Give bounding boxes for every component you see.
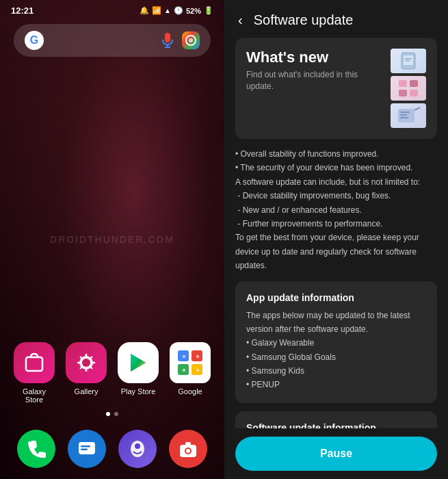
svg-rect-38 <box>410 80 418 87</box>
messages-icon <box>68 430 106 468</box>
app-item-phone[interactable] <box>14 430 59 468</box>
galaxy-store-label: Galaxy Store <box>14 387 55 404</box>
svg-rect-40 <box>410 90 418 96</box>
svg-line-13 <box>90 366 92 369</box>
gallery-label: Gallery <box>75 387 98 396</box>
svg-rect-23 <box>196 369 199 372</box>
svg-rect-44 <box>400 114 407 116</box>
svg-rect-20 <box>183 355 185 358</box>
whats-new-images <box>391 49 426 128</box>
svg-line-12 <box>80 357 83 359</box>
mic-icon[interactable] <box>159 31 176 49</box>
svg-point-31 <box>186 449 190 453</box>
app-update-card: App update information The apps below ma… <box>235 281 437 403</box>
whats-new-card: What's new Find out what's included in t… <box>235 38 437 139</box>
software-info-card: Software update information • Version: S… <box>235 411 437 428</box>
svg-rect-35 <box>405 58 412 60</box>
svg-line-42 <box>414 107 420 110</box>
play-store-label: Play Store <box>121 387 156 396</box>
svg-rect-45 <box>400 117 408 118</box>
update-description: • Overall stability of functions improve… <box>235 147 437 273</box>
svg-rect-32 <box>185 442 191 445</box>
sound-icon: 🔔 <box>140 6 149 15</box>
app-item-google[interactable]: Google <box>170 342 211 404</box>
svg-rect-21 <box>196 355 199 358</box>
status-bar: 12:21 🔔 📶 ▲ 🕐 52% 🔋 <box>0 0 224 18</box>
svg-rect-22 <box>183 369 185 372</box>
svg-rect-24 <box>79 442 95 454</box>
svg-point-28 <box>135 443 140 449</box>
status-time: 12:21 <box>11 5 34 16</box>
app-item-play-store[interactable]: Play Store <box>118 342 159 404</box>
wifi-icon: 📶 <box>152 6 161 15</box>
svg-rect-37 <box>399 80 407 87</box>
search-bar[interactable]: G <box>14 24 211 57</box>
update-title: Software update <box>254 12 354 28</box>
app-item-gallery[interactable]: Gallery <box>66 342 107 404</box>
svg-line-14 <box>90 357 92 359</box>
update-header: ‹ Software update <box>224 0 448 38</box>
update-content[interactable]: What's new Find out what's included in t… <box>224 38 448 428</box>
svg-rect-43 <box>400 112 410 113</box>
signal-icon: ▲ <box>164 7 171 14</box>
svg-rect-36 <box>405 60 410 62</box>
camera-icon <box>169 430 207 468</box>
bottom-dock <box>0 422 224 479</box>
preview-phone <box>391 49 426 73</box>
app-item-messages[interactable] <box>64 430 109 468</box>
app-item-bixby[interactable] <box>115 430 160 468</box>
svg-point-4 <box>189 38 193 42</box>
preview-pen <box>391 103 426 128</box>
software-update-panel: ‹ Software update What's new Find out wh… <box>224 0 448 479</box>
app-item-galaxy-store[interactable]: Galaxy Store <box>14 342 55 404</box>
app-grid: Galaxy Store Gallery <box>0 342 224 404</box>
svg-rect-39 <box>399 90 407 96</box>
svg-point-7 <box>82 359 90 367</box>
status-icons: 🔔 📶 ▲ 🕐 52% 🔋 <box>140 6 213 15</box>
whats-new-text: What's new Find out what's included in t… <box>246 49 382 92</box>
home-screen: 12:21 🔔 📶 ▲ 🕐 52% 🔋 G <box>0 0 224 479</box>
google-icon <box>170 342 211 383</box>
dot-2[interactable] <box>114 412 118 416</box>
pause-button[interactable]: Pause <box>235 437 437 471</box>
app-update-body: The apps below may be updated to the lat… <box>246 309 426 392</box>
back-button[interactable]: ‹ <box>235 11 246 29</box>
bixby-icon <box>118 430 157 468</box>
gallery-icon <box>66 342 107 383</box>
galaxy-store-icon <box>14 342 55 383</box>
svg-rect-0 <box>165 33 170 42</box>
svg-rect-25 <box>81 445 90 448</box>
battery-text: 52% <box>186 7 201 15</box>
software-info-title: Software update information <box>246 422 426 428</box>
app-item-camera[interactable] <box>166 430 211 468</box>
battery-icon: 🔋 <box>204 6 213 15</box>
svg-rect-5 <box>26 357 42 371</box>
update-footer: Pause <box>224 428 448 479</box>
page-dots <box>0 404 224 422</box>
lens-icon[interactable] <box>182 31 200 49</box>
whats-new-subtitle: Find out what's included in this update. <box>246 69 382 92</box>
app-update-title: App update information <box>246 292 426 303</box>
google-label: Google <box>178 387 202 396</box>
svg-line-15 <box>80 366 83 369</box>
whats-new-title: What's new <box>246 49 382 66</box>
svg-rect-26 <box>81 449 88 451</box>
clock-icon: 🕐 <box>174 6 183 15</box>
google-logo: G <box>25 31 44 50</box>
dot-1[interactable] <box>106 412 110 416</box>
preview-app <box>391 76 426 101</box>
phone-icon <box>17 430 55 468</box>
play-store-icon <box>118 342 159 383</box>
